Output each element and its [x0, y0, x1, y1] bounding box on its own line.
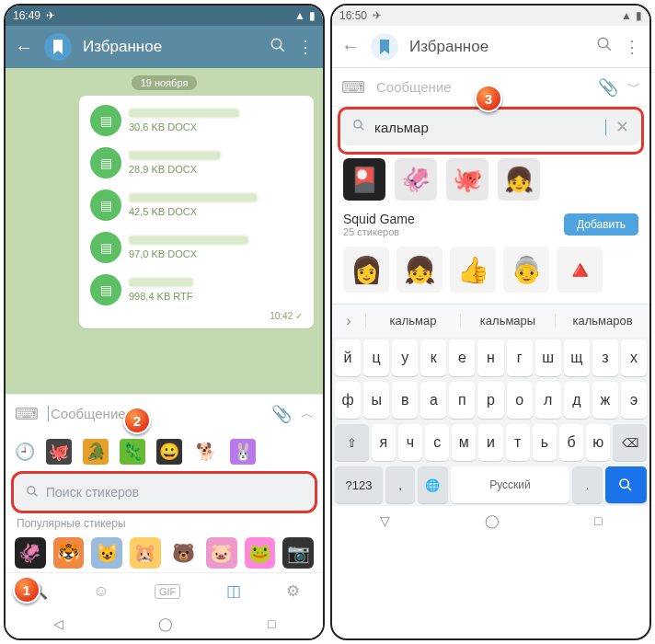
back-icon[interactable]: ← — [15, 37, 33, 58]
key[interactable]: щ — [564, 339, 590, 376]
key[interactable]: г — [507, 339, 533, 376]
sticker-result[interactable]: 👧 — [498, 158, 540, 201]
backspace-key[interactable]: ⌫ — [613, 424, 647, 461]
attach-icon[interactable]: 📎 — [598, 77, 618, 98]
key[interactable]: ж — [592, 382, 618, 419]
period-key[interactable]: . — [572, 466, 602, 503]
key[interactable]: ф — [335, 382, 361, 419]
keyboard-toggle-icon[interactable]: ⌨ — [15, 404, 39, 424]
tab-settings-icon[interactable]: ⚙ — [286, 581, 300, 601]
key[interactable]: к — [420, 339, 446, 376]
key[interactable]: я — [372, 424, 396, 461]
key[interactable]: з — [592, 339, 618, 376]
file-item[interactable]: ▤ 97,0 KB DOCX — [83, 226, 310, 269]
key[interactable]: ю — [586, 424, 610, 461]
nav-recent-icon[interactable]: □ — [594, 513, 602, 528]
sticker-thumb[interactable]: 🐯 — [53, 537, 85, 569]
key[interactable]: н — [477, 339, 503, 376]
key[interactable]: й — [335, 339, 361, 376]
message-input[interactable]: Сообщение — [48, 406, 262, 421]
sticker-preview[interactable]: 👧 — [396, 247, 442, 293]
clear-icon[interactable]: ✕ — [615, 117, 629, 137]
sticker-preview[interactable]: 🔺 — [557, 247, 603, 293]
tab-gif-icon[interactable]: GIF — [155, 584, 180, 599]
symbols-key[interactable]: ?123 — [335, 466, 383, 503]
shift-key[interactable]: ⇧ — [335, 424, 369, 461]
search-icon[interactable] — [596, 36, 613, 57]
sticker-preview[interactable]: 👵 — [503, 247, 549, 293]
suggestion[interactable]: кальмар — [365, 314, 460, 328]
suggestion[interactable]: кальмары — [460, 314, 555, 328]
key[interactable]: т — [506, 424, 530, 461]
file-item[interactable]: ▤ 998,4 KB RTF — [83, 269, 310, 311]
svg-line-3 — [34, 492, 38, 496]
sticker-pack-thumb[interactable]: 😀 — [156, 439, 182, 465]
more-icon[interactable]: ⋮ — [297, 37, 314, 57]
key[interactable]: у — [392, 339, 418, 376]
nav-recent-icon[interactable]: □ — [268, 616, 275, 631]
collapse-icon[interactable]: ︿ — [301, 406, 314, 422]
attach-icon[interactable]: 📎 — [271, 404, 292, 424]
key[interactable]: ц — [363, 339, 389, 376]
sticker-search-bar[interactable]: Поиск стикеров — [15, 475, 314, 510]
search-icon[interactable] — [270, 37, 286, 58]
key[interactable]: р — [477, 382, 503, 419]
back-icon[interactable]: ← — [341, 36, 360, 57]
nav-home-icon[interactable]: ◯ — [485, 513, 500, 528]
file-item[interactable]: ▤ 42,5 KB DOCX — [83, 184, 310, 226]
sticker-preview[interactable]: 👩 — [343, 247, 389, 293]
nav-back-icon[interactable]: ▽ — [380, 513, 390, 528]
sticker-result[interactable]: 🦑 — [395, 158, 437, 201]
keyboard-toggle-icon[interactable]: ⌨ — [341, 77, 365, 98]
tab-emoji-icon[interactable]: ☺ — [93, 582, 109, 601]
key[interactable]: п — [449, 382, 475, 419]
key[interactable]: е — [449, 339, 475, 376]
sticker-thumb[interactable]: 🐻 — [168, 537, 200, 569]
key[interactable]: х — [621, 339, 647, 376]
key[interactable]: о — [507, 382, 533, 419]
sticker-thumb[interactable]: 🦑 — [15, 537, 46, 569]
lang-key[interactable]: 🌐 — [418, 466, 447, 503]
key[interactable]: и — [478, 424, 502, 461]
sticker-result[interactable]: 🐙 — [446, 158, 488, 201]
add-pack-button[interactable]: Добавить — [564, 213, 638, 236]
space-key[interactable]: Русский — [451, 466, 570, 503]
key[interactable]: с — [425, 424, 449, 461]
key[interactable]: а — [420, 382, 446, 419]
sticker-thumb[interactable]: 😺 — [91, 537, 122, 569]
key[interactable]: л — [535, 382, 561, 419]
key[interactable]: м — [452, 424, 476, 461]
file-item[interactable]: ▤ 30,6 KB DOCX — [83, 99, 310, 142]
sticker-search-input[interactable]: кальмар ✕ — [341, 109, 640, 145]
key[interactable]: в — [392, 382, 418, 419]
key[interactable]: ч — [398, 424, 422, 461]
sticker-thumb[interactable]: 🐹 — [130, 537, 161, 569]
nav-back-icon[interactable]: ◁ — [53, 616, 63, 631]
sticker-preview[interactable]: 👍 — [450, 247, 496, 293]
comma-key[interactable]: , — [385, 466, 415, 503]
key[interactable]: б — [559, 424, 583, 461]
key[interactable]: д — [564, 382, 590, 419]
recent-icon[interactable]: 🕘 — [15, 442, 35, 462]
sticker-thumb[interactable]: 🐷 — [206, 537, 237, 569]
sticker-thumb[interactable]: 📷 — [282, 537, 314, 569]
key[interactable]: э — [621, 382, 647, 419]
sticker-pack-thumb[interactable]: 🐰 — [230, 439, 256, 465]
sticker-pack-thumb[interactable]: 🐊 — [83, 439, 109, 465]
sticker-pack-thumb[interactable]: 🦎 — [120, 439, 145, 465]
nav-home-icon[interactable]: ◯ — [158, 616, 173, 631]
sticker-thumb[interactable]: 🐸 — [245, 537, 276, 569]
key[interactable]: ш — [535, 339, 561, 376]
expand-icon[interactable]: ﹀ — [627, 79, 640, 96]
tab-sticker-icon[interactable]: ◫ — [226, 581, 241, 601]
file-item[interactable]: ▤ 28,9 KB DOCX — [83, 142, 310, 184]
key[interactable]: ы — [363, 382, 389, 419]
sticker-pack-thumb[interactable]: 🐙 — [46, 439, 72, 465]
sticker-pack-thumb[interactable]: 🐕 — [193, 439, 219, 465]
sticker-result[interactable]: 🎴 — [343, 158, 385, 201]
more-icon[interactable]: ⋮ — [624, 37, 640, 57]
chevron-right-icon[interactable]: › — [332, 313, 365, 329]
key[interactable]: ь — [533, 424, 557, 461]
suggestion[interactable]: кальмаров — [555, 314, 649, 328]
search-key[interactable] — [605, 466, 647, 503]
